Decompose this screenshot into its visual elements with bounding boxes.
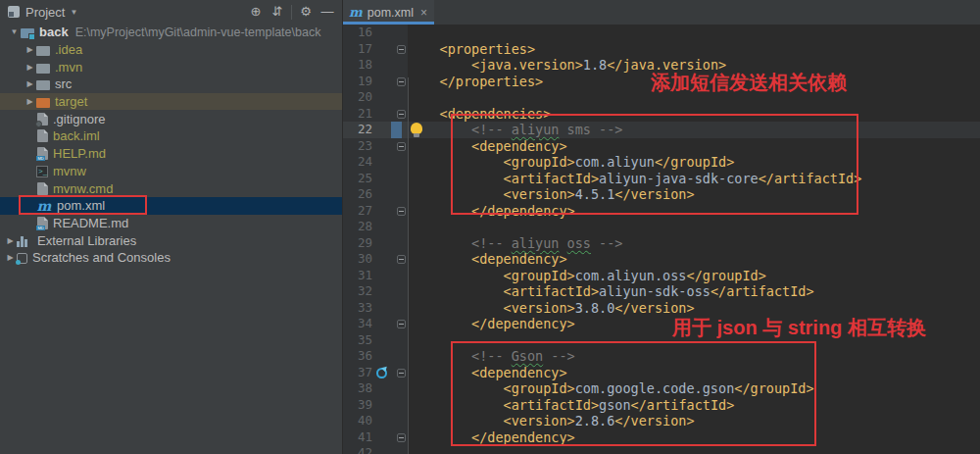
- settings-icon[interactable]: ⚙: [295, 1, 317, 23]
- code-line-30[interactable]: 30 <dependency>: [343, 251, 980, 268]
- line-number: 24: [343, 154, 372, 171]
- fold-collapse-icon[interactable]: [397, 45, 406, 54]
- fold-end-icon[interactable]: [397, 433, 406, 442]
- tab-pom-xml[interactable]: m pom.xml ×: [343, 0, 434, 25]
- file-md-icon: MD: [37, 217, 48, 229]
- chevron-down-icon[interactable]: ▼: [70, 8, 77, 17]
- tree-item-label: target: [55, 94, 87, 109]
- token-plain: [408, 397, 504, 413]
- project-panel-header: Project ▼ ⊕⇵⚙—: [0, 0, 342, 24]
- tree-item-mvnw[interactable]: >_mvnw: [0, 163, 342, 180]
- maven-update-icon[interactable]: [376, 368, 387, 378]
- tree-item-src[interactable]: ▶src: [0, 76, 342, 93]
- code-line-24[interactable]: 24 <groupId>com.aliyun</groupId>: [343, 154, 980, 171]
- gutter-icon-strip: [372, 235, 396, 252]
- line-number: 31: [343, 268, 372, 284]
- hide-icon[interactable]: —: [317, 1, 338, 23]
- tree-item--mvn[interactable]: ▶.mvn: [0, 58, 342, 76]
- chevron-collapsed-icon[interactable]: ▶: [24, 97, 36, 106]
- tree-item-pom-xml[interactable]: mpom.xml: [0, 197, 342, 215]
- fold-end-icon[interactable]: [397, 207, 406, 216]
- code-line-28[interactable]: 28: [343, 219, 980, 235]
- code-text: <version>3.8.0</version>: [408, 300, 980, 317]
- folder-project-icon: [21, 28, 34, 38]
- project-panel-title[interactable]: Project: [25, 5, 65, 20]
- code-line-23[interactable]: 23 <dependency>: [343, 138, 980, 155]
- intention-bulb-icon[interactable]: [411, 123, 422, 134]
- token-plain: [408, 300, 504, 316]
- code-line-16[interactable]: 16: [343, 25, 980, 41]
- chevron-collapsed-icon[interactable]: ▶: [4, 236, 17, 245]
- fold-strip: [396, 380, 408, 397]
- locate-icon[interactable]: ⊕: [245, 1, 267, 23]
- project-tree[interactable]: ▼backE:\myProject\myGit\admin-vue-templa…: [0, 24, 342, 267]
- chevron-collapsed-icon[interactable]: ▶: [24, 79, 36, 88]
- token-text: com.aliyun: [575, 154, 655, 170]
- tree-item-back[interactable]: ▼backE:\myProject\myGit\admin-vue-templa…: [0, 24, 342, 41]
- code-line-19[interactable]: 19 </properties>: [343, 74, 980, 90]
- fold-collapse-icon[interactable]: [397, 142, 406, 151]
- close-icon[interactable]: ×: [420, 6, 427, 20]
- project-panel-toolbar: ⊕⇵⚙—: [245, 1, 338, 23]
- code-line-36[interactable]: 36 <!-- Gson -->: [343, 348, 980, 365]
- code-area[interactable]: 1617 <properties>18 <java.version>1.8</j…: [343, 25, 980, 454]
- editor[interactable]: m pom.xml × 1617 <properties>18 <java.ve…: [343, 0, 980, 454]
- code-line-42[interactable]: 42: [343, 445, 980, 454]
- tree-item-external-libraries[interactable]: ▶External Libraries: [0, 231, 342, 249]
- line-number: 37: [343, 365, 372, 381]
- chevron-expanded-icon[interactable]: ▼: [8, 27, 21, 36]
- tree-item-mvnw-cmd[interactable]: mvnw.cmd: [0, 179, 342, 197]
- token-tag: <artifactId>: [504, 397, 600, 413]
- token-text: 1.8: [583, 57, 607, 73]
- chevron-collapsed-icon[interactable]: ▶: [24, 63, 36, 72]
- code-line-31[interactable]: 31 <groupId>com.aliyun.oss</groupId>: [343, 268, 980, 284]
- code-line-27[interactable]: 27 </dependency>: [343, 203, 980, 220]
- token-plain: [408, 251, 471, 267]
- code-line-39[interactable]: 39 <artifactId>gson</artifactId>: [343, 397, 980, 414]
- chevron-collapsed-icon[interactable]: ▶: [4, 253, 17, 262]
- tree-item--gitignore[interactable]: .gitignore: [0, 110, 342, 127]
- code-line-37[interactable]: 37 <dependency>: [343, 365, 980, 381]
- token-text: 4.5.1: [575, 186, 615, 202]
- folder-icon: [36, 80, 50, 90]
- code-line-26[interactable]: 26 <version>4.5.1</version>: [343, 186, 980, 203]
- code-line-18[interactable]: 18 <java.version>1.8</java.version>: [343, 57, 980, 74]
- code-line-38[interactable]: 38 <groupId>com.google.code.gson</groupI…: [343, 380, 980, 397]
- token-plain: [408, 365, 471, 380]
- fold-end-icon[interactable]: [397, 320, 406, 328]
- code-line-29[interactable]: 29 <!-- aliyun oss -->: [343, 235, 980, 252]
- code-line-41[interactable]: 41 </dependency>: [343, 429, 980, 446]
- tree-item-target[interactable]: ▶target: [0, 93, 342, 111]
- code-line-17[interactable]: 17 <properties>: [343, 41, 980, 58]
- fold-strip: [396, 300, 408, 317]
- fold-strip: [396, 89, 408, 106]
- code-line-33[interactable]: 33 <version>3.8.0</version>: [343, 300, 980, 317]
- code-line-22[interactable]: 22 <!-- aliyun sms -->: [343, 122, 980, 138]
- token-misspell: Gson: [512, 348, 544, 364]
- tree-item-back-iml[interactable]: back.iml: [0, 127, 342, 145]
- tree-item--idea[interactable]: ▶.idea: [0, 41, 342, 59]
- code-line-35[interactable]: 35: [343, 332, 980, 349]
- fold-strip: [396, 251, 408, 268]
- fold-end-icon[interactable]: [397, 77, 406, 86]
- code-line-40[interactable]: 40 <version>2.8.6</version>: [343, 413, 980, 429]
- code-line-21[interactable]: 21 <dependencies>: [343, 106, 980, 123]
- fold-collapse-icon[interactable]: [397, 369, 406, 378]
- tree-item-readme-md[interactable]: MDREADME.md: [0, 215, 342, 232]
- line-number: 36: [343, 348, 372, 365]
- code-text: <artifactId>aliyun-java-sdk-core</artifa…: [408, 171, 980, 187]
- code-line-34[interactable]: 34 </dependency>: [343, 316, 980, 332]
- tree-item-help-md[interactable]: MDHELP.md: [0, 145, 342, 163]
- code-line-32[interactable]: 32 <artifactId>aliyun-sdk-oss</artifactI…: [343, 283, 980, 300]
- fold-strip: [396, 171, 408, 187]
- fold-collapse-icon[interactable]: [397, 110, 406, 119]
- chevron-collapsed-icon[interactable]: ▶: [24, 45, 36, 54]
- gutter-icon-strip: [372, 57, 396, 74]
- code-line-25[interactable]: 25 <artifactId>aliyun-java-sdk-core</art…: [343, 171, 980, 187]
- fold-collapse-icon[interactable]: [397, 255, 406, 264]
- token-plain: [408, 348, 471, 364]
- code-text: </properties>: [408, 74, 980, 90]
- collapse-all-icon[interactable]: ⇵: [267, 1, 288, 23]
- code-line-20[interactable]: 20: [343, 89, 980, 106]
- tree-item-scratches-and-consoles[interactable]: ▶Scratches and Consoles: [0, 249, 342, 267]
